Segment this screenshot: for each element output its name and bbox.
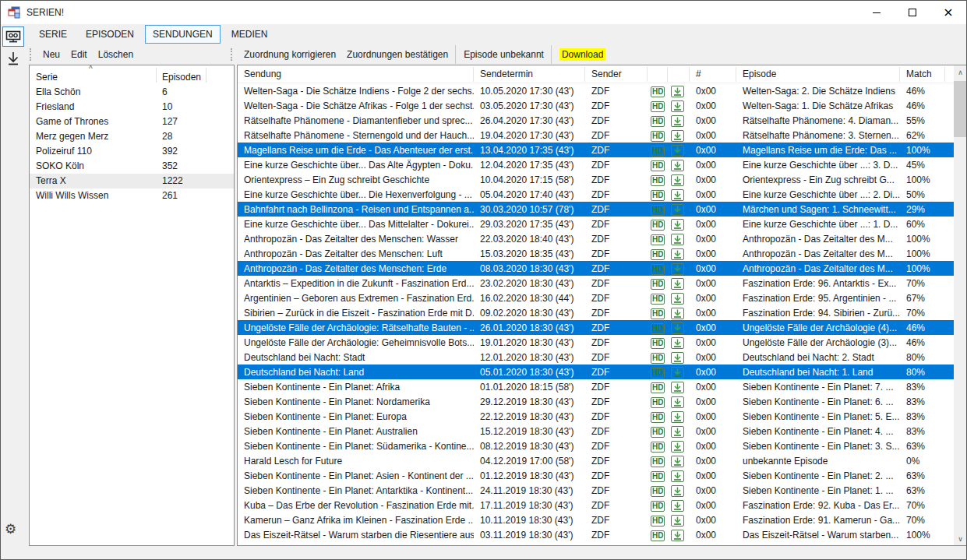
download-available-icon[interactable] [671,367,684,379]
close-button[interactable]: × [930,1,966,24]
download-available-icon[interactable] [671,100,684,112]
sendung-row[interactable]: Orientexpress – Ein Zug schreibt Geschic… [238,172,954,187]
sendung-row[interactable]: Das Eiszeit-Rätsel - Warum starben die R… [238,527,954,542]
sendung-row[interactable]: Rätselhafte Phänomene - Sternengold und … [238,128,954,143]
menu-item[interactable]: EPISODEN [78,25,142,44]
download-available-icon[interactable] [671,145,684,157]
column-header-match[interactable]: Match [900,67,945,82]
sendung-row[interactable]: Deutschland bei Nacht: Land 05.01.2020 1… [238,365,954,379]
column-header-serie[interactable]: Serie [36,72,58,83]
sendung-row[interactable]: Magellans Reise um die Erde - Das Abente… [238,143,954,157]
toolbar-button[interactable]: Episode unbekannt [455,45,549,64]
download-available-icon[interactable] [671,86,684,97]
sendung-row[interactable]: Anthropozän - Das Zeitalter des Menschen… [238,231,954,246]
sendung-row[interactable]: Sieben Kontinente - Ein Planet: Europa 2… [238,409,954,424]
sendung-row[interactable]: Sieben Kontinente - Ein Planet: Afrika 0… [238,379,954,394]
sendung-row[interactable]: Antarktis – Expedition in die Zukunft - … [238,276,954,291]
sendungen-view-button[interactable] [2,26,24,47]
toolbar-grip[interactable] [30,48,33,61]
download-available-icon[interactable] [671,530,684,541]
download-available-icon[interactable] [671,293,684,305]
column-header-sendung[interactable]: Sendung [238,67,474,82]
download-available-icon[interactable] [671,219,684,231]
download-available-icon[interactable] [671,485,684,497]
sendung-row[interactable]: Kuba – Das Erbe der Revolution - Faszina… [238,498,954,512]
download-available-icon[interactable] [671,426,684,438]
download-available-icon[interactable] [671,189,684,201]
sendung-row[interactable]: Sieben Kontinente - Ein Planet: Asien - … [238,468,954,483]
sendung-row[interactable]: Eine kurze Geschichte über... Die Hexenv… [238,187,954,202]
series-row[interactable]: Merz gegen Merz 28 [30,129,234,144]
download-available-icon[interactable] [671,115,684,127]
toolbar-button[interactable]: Edit [65,46,93,63]
scroll-down-icon[interactable]: ∨ [954,532,967,545]
download-available-icon[interactable] [671,204,684,216]
sendung-row[interactable]: Bahnfahrt nach Bellinzona - Reisen und E… [238,202,954,217]
maximize-button[interactable] [895,1,930,24]
sendung-row[interactable]: Ungelöste Fälle der Archäologie: Rätselh… [238,320,954,335]
sendung-row[interactable]: Kamerun – Ganz Afrika im Kleinen - Faszi… [238,512,954,527]
download-available-icon[interactable] [671,441,684,453]
column-header-download[interactable] [668,67,690,82]
sendung-row[interactable]: Harald Lesch for Future 04.12.2019 17:00… [238,453,954,468]
sendung-row[interactable]: Sieben Kontinente - Ein Planet: Antarkti… [238,483,954,498]
toolbar-button[interactable]: Löschen [93,46,139,63]
scroll-up-icon[interactable]: ∧ [954,65,967,79]
download-available-icon[interactable] [671,515,684,527]
menu-item[interactable]: MEDIEN [224,25,276,44]
toolbar-button[interactable]: Download [551,45,611,64]
download-available-icon[interactable] [671,352,684,364]
column-header-sendetermin[interactable]: Sendetermin [474,67,585,82]
sendung-row[interactable]: Eine kurze Geschichte über... Das Mittel… [238,217,954,231]
sendung-row[interactable]: Argentinien – Geboren aus Extremen - Fas… [238,291,954,305]
download-available-icon[interactable] [671,411,684,423]
vertical-scrollbar[interactable]: ∧ ∨ [954,65,967,545]
sendung-row[interactable]: Sieben Kontinente - Ein Planet: Südameri… [238,438,954,453]
gear-icon[interactable]: ⚙ [5,521,16,537]
column-header-number[interactable]: # [690,67,736,82]
download-available-icon[interactable] [671,382,684,393]
minimize-button[interactable] [859,1,895,24]
toolbar-button[interactable]: Zuordnungen bestätigen [341,45,454,64]
column-header-hd[interactable] [648,67,668,82]
series-row[interactable]: Terra X 1222 [30,174,234,188]
toolbar-button[interactable]: Zuordnung korrigieren [238,45,341,64]
download-available-icon[interactable] [671,470,684,482]
sendung-row[interactable]: Sibirien – Zurück in die Eiszeit - Faszi… [238,305,954,320]
column-header-episode[interactable]: Episode [736,67,900,82]
series-row[interactable]: Willi Wills Wissen 261 [30,188,234,203]
download-available-icon[interactable] [671,308,684,319]
sendung-row[interactable]: Welten-Saga - Die Schätze Indiens - Folg… [238,83,954,98]
download-available-icon[interactable] [671,278,684,290]
download-available-icon[interactable] [671,500,684,512]
sendung-row[interactable]: Anthropozän - Das Zeitalter des Menschen… [238,261,954,276]
download-available-icon[interactable] [671,322,684,334]
series-row[interactable]: Ella Schön 6 [30,85,234,100]
series-row[interactable]: Polizeiruf 110 392 [30,144,234,159]
download-view-button[interactable] [2,49,24,69]
column-header-episoden[interactable]: Episoden [162,72,201,83]
toolbar-grip[interactable] [231,48,234,61]
download-available-icon[interactable] [671,130,684,142]
menu-item[interactable]: SENDUNGEN [145,25,221,44]
sendung-row[interactable]: Welten-Saga - Die Schätze Afrikas - Folg… [238,98,954,113]
sendung-row[interactable]: Ungelöste Fälle der Archäologie: Geheimn… [238,335,954,350]
download-available-icon[interactable] [671,337,684,349]
sendung-row[interactable]: Sieben Kontinente - Ein Planet: Nordamer… [238,394,954,409]
download-available-icon[interactable] [671,456,684,467]
download-available-icon[interactable] [671,234,684,245]
column-header-sender[interactable]: Sender [585,67,648,82]
sendung-row[interactable]: Anthropozän - Das Zeitalter des Menschen… [238,246,954,261]
sendung-row[interactable]: Eine kurze Geschichte über... Das Alte Ä… [238,157,954,172]
toolbar-button[interactable]: Neu [37,46,65,63]
download-available-icon[interactable] [671,160,684,171]
scrollbar-thumb[interactable] [954,81,967,137]
sendung-row[interactable]: Sieben Kontinente - Ein Planet: Australi… [238,424,954,438]
series-row[interactable]: SOKO Köln 352 [30,159,234,174]
download-available-icon[interactable] [671,263,684,275]
series-row[interactable]: Friesland 10 [30,100,234,114]
menu-item[interactable]: SERIE [31,25,75,44]
sendung-row[interactable]: Rätselhafte Phänomene - Diamantenfieber … [238,113,954,128]
download-available-icon[interactable] [671,396,684,408]
download-available-icon[interactable] [671,174,684,186]
